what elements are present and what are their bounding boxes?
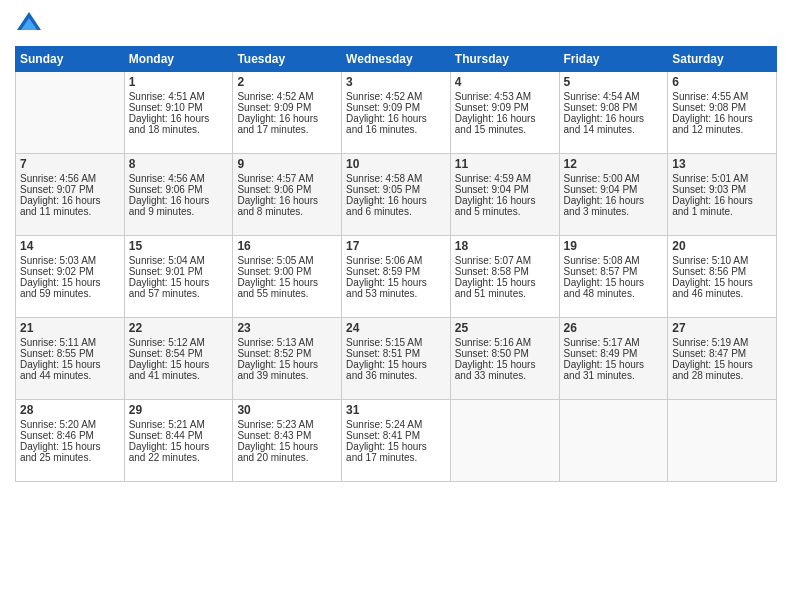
calendar-cell: 26Sunrise: 5:17 AMSunset: 8:49 PMDayligh… [559,318,668,400]
day-info: Daylight: 15 hours [346,441,446,452]
day-info: and 41 minutes. [129,370,229,381]
day-number: 2 [237,75,337,89]
weekday-header-wednesday: Wednesday [342,47,451,72]
day-info: Sunset: 9:07 PM [20,184,120,195]
day-info: Sunrise: 5:06 AM [346,255,446,266]
day-number: 8 [129,157,229,171]
day-number: 20 [672,239,772,253]
day-info: Sunset: 8:52 PM [237,348,337,359]
day-info: Sunset: 8:50 PM [455,348,555,359]
day-info: Sunset: 8:56 PM [672,266,772,277]
day-number: 28 [20,403,120,417]
calendar-cell: 30Sunrise: 5:23 AMSunset: 8:43 PMDayligh… [233,400,342,482]
day-info: Sunrise: 5:20 AM [20,419,120,430]
day-info: Daylight: 16 hours [129,113,229,124]
day-info: Daylight: 15 hours [237,441,337,452]
day-info: Sunrise: 5:24 AM [346,419,446,430]
day-number: 24 [346,321,446,335]
day-info: and 36 minutes. [346,370,446,381]
day-info: and 25 minutes. [20,452,120,463]
day-number: 26 [564,321,664,335]
day-info: Daylight: 15 hours [564,359,664,370]
day-info: Sunset: 9:03 PM [672,184,772,195]
day-info: Sunrise: 4:51 AM [129,91,229,102]
day-number: 1 [129,75,229,89]
day-info: and 3 minutes. [564,206,664,217]
day-info: and 9 minutes. [129,206,229,217]
page-container: SundayMondayTuesdayWednesdayThursdayFrid… [0,0,792,492]
day-info: and 5 minutes. [455,206,555,217]
day-number: 29 [129,403,229,417]
day-info: Sunrise: 5:12 AM [129,337,229,348]
calendar-cell: 5Sunrise: 4:54 AMSunset: 9:08 PMDaylight… [559,72,668,154]
day-info: Daylight: 15 hours [20,277,120,288]
day-number: 15 [129,239,229,253]
day-info: Daylight: 16 hours [564,113,664,124]
day-info: Daylight: 15 hours [20,441,120,452]
calendar-cell: 18Sunrise: 5:07 AMSunset: 8:58 PMDayligh… [450,236,559,318]
day-info: Sunrise: 5:11 AM [20,337,120,348]
day-number: 31 [346,403,446,417]
day-info: Sunset: 9:08 PM [564,102,664,113]
weekday-header-saturday: Saturday [668,47,777,72]
day-info: Sunrise: 5:13 AM [237,337,337,348]
day-info: Daylight: 15 hours [129,277,229,288]
day-info: Sunset: 8:51 PM [346,348,446,359]
calendar-cell: 15Sunrise: 5:04 AMSunset: 9:01 PMDayligh… [124,236,233,318]
day-number: 10 [346,157,446,171]
day-info: Daylight: 16 hours [346,113,446,124]
calendar-cell: 23Sunrise: 5:13 AMSunset: 8:52 PMDayligh… [233,318,342,400]
weekday-header-sunday: Sunday [16,47,125,72]
day-info: and 33 minutes. [455,370,555,381]
day-info: Sunrise: 5:03 AM [20,255,120,266]
day-info: Sunrise: 4:59 AM [455,173,555,184]
calendar-cell: 12Sunrise: 5:00 AMSunset: 9:04 PMDayligh… [559,154,668,236]
day-info: Daylight: 15 hours [346,277,446,288]
calendar-cell [16,72,125,154]
day-info: and 46 minutes. [672,288,772,299]
day-info: and 17 minutes. [346,452,446,463]
day-info: Daylight: 15 hours [455,277,555,288]
calendar-cell: 21Sunrise: 5:11 AMSunset: 8:55 PMDayligh… [16,318,125,400]
calendar-cell: 27Sunrise: 5:19 AMSunset: 8:47 PMDayligh… [668,318,777,400]
calendar-cell: 10Sunrise: 4:58 AMSunset: 9:05 PMDayligh… [342,154,451,236]
day-info: Daylight: 15 hours [455,359,555,370]
day-number: 13 [672,157,772,171]
logo [15,10,47,38]
day-info: and 17 minutes. [237,124,337,135]
calendar-cell: 22Sunrise: 5:12 AMSunset: 8:54 PMDayligh… [124,318,233,400]
day-info: Daylight: 16 hours [455,195,555,206]
calendar-cell: 13Sunrise: 5:01 AMSunset: 9:03 PMDayligh… [668,154,777,236]
day-info: and 16 minutes. [346,124,446,135]
day-info: Sunset: 8:44 PM [129,430,229,441]
calendar-week-row: 14Sunrise: 5:03 AMSunset: 9:02 PMDayligh… [16,236,777,318]
day-info: and 39 minutes. [237,370,337,381]
day-info: Sunrise: 5:21 AM [129,419,229,430]
day-info: Sunset: 9:08 PM [672,102,772,113]
day-info: and 48 minutes. [564,288,664,299]
calendar-cell: 9Sunrise: 4:57 AMSunset: 9:06 PMDaylight… [233,154,342,236]
calendar-cell: 25Sunrise: 5:16 AMSunset: 8:50 PMDayligh… [450,318,559,400]
day-info: Daylight: 16 hours [346,195,446,206]
calendar-cell: 11Sunrise: 4:59 AMSunset: 9:04 PMDayligh… [450,154,559,236]
calendar-week-row: 28Sunrise: 5:20 AMSunset: 8:46 PMDayligh… [16,400,777,482]
day-number: 5 [564,75,664,89]
weekday-header-friday: Friday [559,47,668,72]
day-info: and 12 minutes. [672,124,772,135]
day-info: and 8 minutes. [237,206,337,217]
day-info: and 44 minutes. [20,370,120,381]
day-info: Sunrise: 5:00 AM [564,173,664,184]
day-info: Daylight: 15 hours [129,359,229,370]
day-number: 17 [346,239,446,253]
day-info: Sunset: 8:59 PM [346,266,446,277]
day-info: and 6 minutes. [346,206,446,217]
day-info: Sunset: 8:58 PM [455,266,555,277]
day-info: Sunrise: 4:57 AM [237,173,337,184]
day-info: Sunset: 8:41 PM [346,430,446,441]
day-info: Sunrise: 4:56 AM [20,173,120,184]
day-info: and 53 minutes. [346,288,446,299]
day-info: Daylight: 15 hours [564,277,664,288]
day-info: Sunrise: 5:05 AM [237,255,337,266]
calendar-cell: 14Sunrise: 5:03 AMSunset: 9:02 PMDayligh… [16,236,125,318]
day-info: and 55 minutes. [237,288,337,299]
